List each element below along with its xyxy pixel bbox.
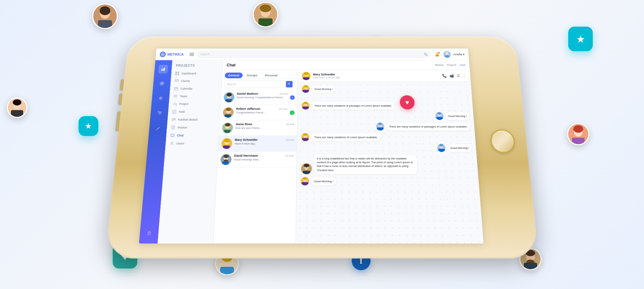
contact-name-mary: Mary Schneider bbox=[235, 138, 257, 141]
top-bar-right: 🔔 2 Amelia ▾ bbox=[433, 51, 465, 58]
msg-avatar-out-1 bbox=[435, 112, 444, 120]
svg-point-39 bbox=[159, 114, 159, 115]
nav-clients[interactable]: Clients bbox=[170, 77, 222, 85]
sidebar-icon-gear[interactable] bbox=[156, 94, 166, 102]
chat-item-robert[interactable]: Robert Jefferson 20 Feb Congratulations … bbox=[220, 105, 297, 120]
online-indicator-robert bbox=[231, 115, 233, 118]
svg-rect-34 bbox=[161, 69, 162, 71]
nav-project[interactable]: Project bbox=[169, 100, 221, 108]
message-row-8: Good Morning ! bbox=[301, 177, 475, 185]
power-btn[interactable] bbox=[116, 111, 121, 131]
svg-rect-120 bbox=[303, 171, 310, 174]
phone-screen: METRICA Search... 🔍 🔔 2 bbox=[139, 49, 484, 244]
hamburger-menu[interactable] bbox=[190, 53, 194, 56]
chat-search-btn[interactable]: 🔍 bbox=[286, 81, 293, 87]
svg-rect-108 bbox=[377, 127, 383, 130]
search-icon: 🔍 bbox=[424, 53, 428, 56]
love-button[interactable]: ♥ bbox=[400, 95, 415, 109]
svg-rect-11 bbox=[11, 110, 23, 117]
chat-item-david[interactable]: David Herrmann 10 Feb Good morning! How.… bbox=[217, 152, 296, 168]
chat-item-daniel[interactable]: Daniel Madson 20 Feb Good morning! Congr… bbox=[221, 90, 297, 105]
chat-item-mary[interactable]: Mary Schneider 14 Feb Have A Nice day... bbox=[218, 136, 297, 152]
page-title: Chat bbox=[227, 63, 236, 67]
active-chat-name: Mary Schneider bbox=[313, 73, 439, 76]
nav-calendar-label: Calendar bbox=[180, 87, 193, 90]
nav-dashboard[interactable]: Dashboard bbox=[171, 70, 222, 77]
chat-container: General Groups Personal Search 🔍 bbox=[213, 70, 484, 244]
svg-rect-96 bbox=[303, 90, 309, 93]
contact-avatar-jesse bbox=[222, 123, 233, 133]
svg-point-10 bbox=[13, 99, 21, 106]
star-badge-top-right[interactable]: ★ bbox=[568, 27, 593, 51]
svg-rect-19 bbox=[572, 138, 585, 144]
contact-name-daniel: Daniel Madson bbox=[237, 92, 258, 95]
nav-users[interactable]: Users bbox=[165, 139, 219, 148]
nav-calendar[interactable]: Calendar bbox=[170, 85, 221, 92]
sidebar-icon-chart[interactable] bbox=[158, 65, 168, 73]
msg-avatar-5 bbox=[301, 133, 309, 141]
svg-point-91 bbox=[304, 72, 309, 75]
svg-point-99 bbox=[304, 102, 308, 105]
msg-avatar-out-2 bbox=[376, 123, 384, 130]
contact-date-mary: 14 Feb bbox=[285, 138, 294, 141]
search-icon-chat: 🔍 bbox=[288, 83, 291, 86]
message-row-6: Good Morning ! bbox=[301, 144, 472, 152]
svg-rect-46 bbox=[177, 74, 179, 75]
chat-info-daniel: Daniel Madson 20 Feb Good morning! Congr… bbox=[237, 92, 288, 99]
star-icon-left: ★ bbox=[85, 121, 92, 131]
messages-area: Good Morning ! There are many variations… bbox=[296, 82, 484, 244]
chat-search[interactable]: Search 🔍 bbox=[224, 80, 295, 88]
star-badge-left[interactable]: ★ bbox=[79, 116, 98, 136]
user-name[interactable]: Amelia ▾ bbox=[453, 53, 465, 56]
nav-clients-label: Clients bbox=[181, 80, 190, 83]
contact-date-jesse: 15 Feb bbox=[286, 123, 294, 126]
user-avatar[interactable] bbox=[443, 51, 451, 58]
volume-down-btn[interactable] bbox=[118, 94, 122, 105]
list-icon[interactable]: ☰ bbox=[457, 74, 460, 78]
video-icon[interactable]: 📹 bbox=[449, 74, 454, 78]
nav-chat[interactable]: Chat bbox=[166, 132, 219, 139]
svg-rect-104 bbox=[436, 117, 443, 120]
volume-up-btn[interactable] bbox=[120, 80, 124, 91]
svg-rect-92 bbox=[303, 77, 309, 80]
top-bar: METRICA Search... 🔍 🔔 2 bbox=[155, 49, 469, 60]
contact-name-jesse: Jesse Ross bbox=[235, 123, 252, 126]
svg-rect-61 bbox=[173, 118, 174, 120]
offline-indicator-mary bbox=[229, 146, 232, 149]
sidebar-icon-paint[interactable] bbox=[153, 124, 163, 133]
app-name: METRICA bbox=[167, 52, 184, 56]
svg-rect-112 bbox=[302, 138, 309, 141]
svg-point-126 bbox=[303, 177, 307, 180]
msg-avatar-7 bbox=[301, 163, 312, 174]
nav-task-label: Task bbox=[179, 110, 185, 113]
more-icon[interactable]: ⋮ bbox=[462, 74, 466, 78]
contact-preview-david: Good morning! How... bbox=[234, 158, 294, 161]
contact-date-robert: 20 Feb bbox=[279, 107, 288, 110]
message-bubble-5: There are many variations of Lorem Ipsum… bbox=[311, 134, 380, 141]
nav-kanban[interactable]: Kanban Board bbox=[167, 116, 220, 124]
breadcrumb-projects: Projects bbox=[447, 64, 457, 66]
tab-groups[interactable]: Groups bbox=[243, 72, 261, 78]
svg-point-55 bbox=[176, 105, 177, 106]
search-bar[interactable]: Search... 🔍 bbox=[197, 51, 431, 58]
nav-team[interactable]: Team bbox=[169, 93, 221, 100]
nav-invoice[interactable]: Invoice bbox=[167, 124, 219, 132]
sidebar-icon-cart[interactable] bbox=[154, 109, 165, 118]
chat-header: Mary Schneider Last seen: 2 hours ago 📞 … bbox=[298, 70, 471, 82]
phone-home-button[interactable] bbox=[490, 129, 516, 153]
page-header: Chat Metrica › Projects › Chat bbox=[223, 60, 470, 70]
notification-btn[interactable]: 🔔 2 bbox=[433, 51, 441, 58]
chat-item-jesse[interactable]: Jesse Ross 15 Feb How are you Friend... bbox=[219, 120, 297, 136]
msg-avatar-out-3 bbox=[437, 144, 446, 152]
sidebar-icon-bitcoin[interactable] bbox=[157, 79, 167, 88]
nav-task[interactable]: Task bbox=[168, 108, 220, 116]
nav-chat-label: Chat bbox=[177, 134, 184, 137]
breadcrumb: Metrica › Projects › Chat bbox=[435, 64, 465, 66]
tab-personal[interactable]: Personal bbox=[262, 72, 281, 78]
svg-point-95 bbox=[304, 85, 308, 87]
sidebar-icon-lock[interactable] bbox=[144, 228, 155, 238]
tab-general[interactable]: General bbox=[225, 72, 242, 78]
avatar-right-mid bbox=[567, 123, 589, 145]
active-chat-avatar bbox=[302, 72, 310, 80]
phone-icon[interactable]: 📞 bbox=[442, 74, 447, 78]
